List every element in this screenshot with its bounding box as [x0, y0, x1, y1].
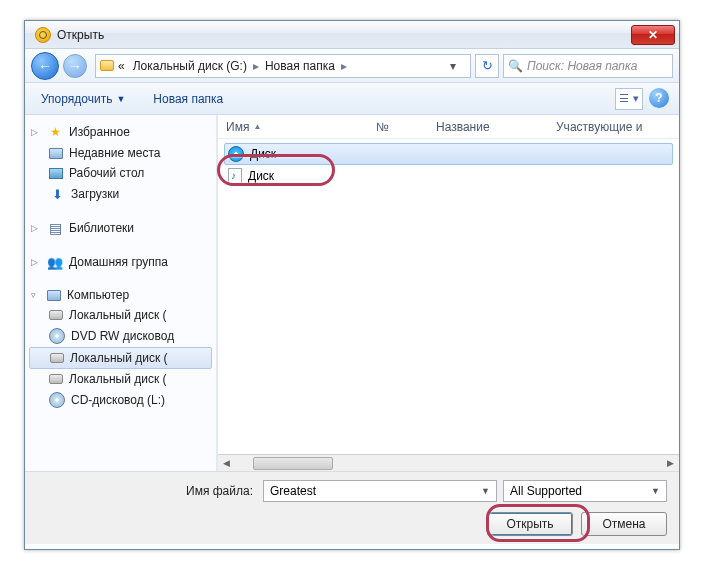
sidebar-item-desktop[interactable]: Рабочий стол [29, 163, 212, 183]
refresh-button[interactable]: ↻ [475, 54, 499, 78]
scrollbar-thumb[interactable] [253, 457, 333, 470]
nav-forward-button[interactable]: → [63, 54, 87, 78]
file-row[interactable]: Диск [224, 143, 673, 165]
chevron-down-icon[interactable]: ▾ [450, 59, 466, 73]
chevron-right-icon: ▸ [251, 59, 261, 73]
help-button[interactable]: ? [649, 88, 669, 108]
search-placeholder: Поиск: Новая папка [527, 59, 637, 73]
column-artists[interactable]: Участвующие и [548, 115, 679, 138]
downloads-icon: ⬇ [49, 186, 65, 202]
close-icon: ✕ [648, 28, 658, 42]
collapse-icon: ▿ [31, 290, 41, 300]
sidebar-favorites[interactable]: ▷ ★ Избранное [29, 121, 212, 143]
star-icon: ★ [47, 124, 63, 140]
file-row[interactable]: Диск [224, 165, 673, 187]
search-icon: 🔍 [508, 59, 523, 73]
sidebar-libraries[interactable]: ▷▤Библиотеки [29, 217, 212, 239]
toolbar: Упорядочить ▼ Новая папка ☰ ▾ ? [25, 83, 679, 115]
breadcrumb-segment[interactable]: Новая папка [261, 59, 339, 73]
sidebar-item-drive[interactable]: Локальный диск ( [29, 305, 212, 325]
column-title[interactable]: Название [428, 115, 548, 138]
cancel-button[interactable]: Отмена [581, 512, 667, 536]
close-button[interactable]: ✕ [631, 25, 675, 45]
breadcrumb-segment[interactable]: Локальный диск (G:) [129, 59, 251, 73]
sidebar-computer[interactable]: ▿Компьютер [29, 285, 212, 305]
window-title: Открыть [57, 28, 104, 42]
scroll-right-icon[interactable]: ▶ [662, 455, 679, 472]
sidebar-item-cd[interactable]: CD-дисковод (L:) [29, 389, 212, 411]
file-name: Диск [248, 169, 274, 183]
breadcrumb[interactable]: « Локальный диск (G:) ▸ Новая папка ▸ ▾ [95, 54, 471, 78]
app-icon [35, 27, 51, 43]
titlebar[interactable]: Открыть ✕ [25, 21, 679, 49]
filename-input[interactable]: Greatest ▼ [263, 480, 497, 502]
view-options-button[interactable]: ☰ ▾ [615, 88, 643, 110]
chevron-down-icon[interactable]: ▼ [481, 486, 490, 496]
dvd-icon [49, 328, 65, 344]
open-button[interactable]: Открыть [487, 512, 573, 536]
desktop-icon [49, 168, 63, 179]
breadcrumb-prefix: « [114, 59, 129, 73]
cd-icon [49, 392, 65, 408]
computer-icon [47, 290, 61, 301]
search-input[interactable]: 🔍 Поиск: Новая папка [503, 54, 673, 78]
sort-asc-icon: ▲ [253, 122, 261, 131]
sidebar-homegroup[interactable]: ▷👥Домашняя группа [29, 251, 212, 273]
audio-file-icon [228, 168, 242, 184]
dialog-footer: Имя файла: Greatest ▼ All Supported ▼ От… [25, 471, 679, 544]
open-file-dialog: Открыть ✕ ← → « Локальный диск (G:) ▸ Но… [24, 20, 680, 550]
homegroup-icon: 👥 [47, 254, 63, 270]
file-list-pane: Имя▲ № Название Участвующие и Диск Диск … [217, 115, 679, 471]
sidebar: ▷ ★ Избранное Недавние места Рабочий сто… [25, 115, 217, 471]
chevron-down-icon[interactable]: ▼ [651, 486, 660, 496]
organize-button[interactable]: Упорядочить ▼ [35, 88, 131, 110]
sidebar-item-dvd[interactable]: DVD RW дисковод [29, 325, 212, 347]
nav-back-button[interactable]: ← [31, 52, 59, 80]
recent-icon [49, 148, 63, 159]
new-folder-button[interactable]: Новая папка [147, 88, 229, 110]
cue-file-icon [228, 146, 244, 162]
column-name[interactable]: Имя▲ [218, 115, 368, 138]
file-type-filter[interactable]: All Supported ▼ [503, 480, 667, 502]
folder-icon [100, 60, 114, 71]
sidebar-item-recent[interactable]: Недавние места [29, 143, 212, 163]
expand-icon: ▷ [31, 127, 41, 137]
hdd-icon [49, 374, 63, 384]
libraries-icon: ▤ [47, 220, 63, 236]
horizontal-scrollbar[interactable]: ◀ ▶ [218, 454, 679, 471]
sidebar-item-drive[interactable]: Локальный диск ( [29, 369, 212, 389]
hdd-icon [49, 310, 63, 320]
filename-value: Greatest [270, 484, 316, 498]
column-headers: Имя▲ № Название Участвующие и [218, 115, 679, 139]
file-name: Диск [250, 147, 276, 161]
hdd-icon [50, 353, 64, 363]
chevron-down-icon: ▼ [116, 94, 125, 104]
filename-label: Имя файла: [37, 484, 257, 498]
sidebar-item-downloads[interactable]: ⬇Загрузки [29, 183, 212, 205]
chevron-right-icon: ▸ [339, 59, 349, 73]
sidebar-item-drive[interactable]: Локальный диск ( [29, 347, 212, 369]
file-list[interactable]: Диск Диск [218, 139, 679, 471]
scroll-left-icon[interactable]: ◀ [218, 455, 235, 472]
navbar: ← → « Локальный диск (G:) ▸ Новая папка … [25, 49, 679, 83]
column-number[interactable]: № [368, 115, 428, 138]
